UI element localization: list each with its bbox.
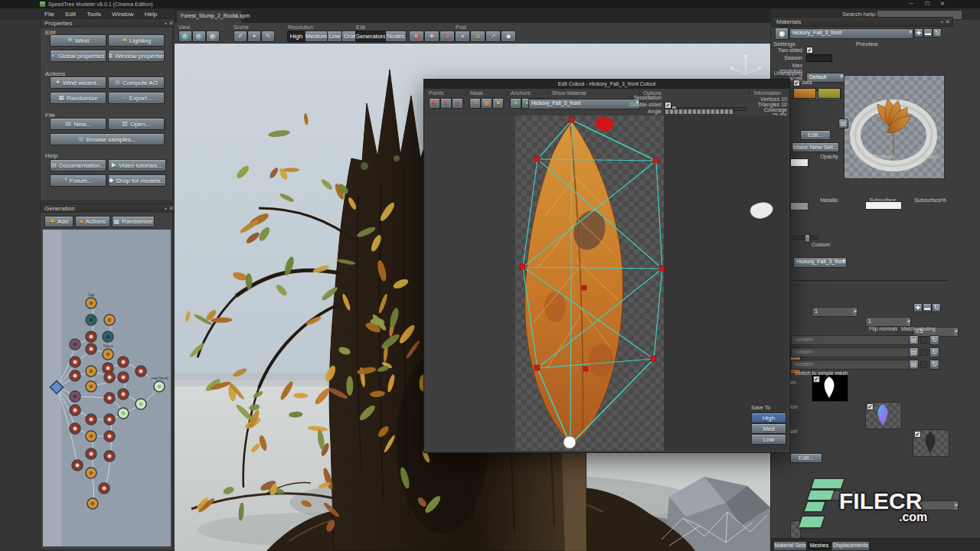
menu-help[interactable]: Help	[140, 8, 162, 18]
minimize-icon[interactable]: ─	[910, 1, 913, 6]
switch-to-simple-mesh-link[interactable]: Switch to simple mesh	[795, 370, 848, 376]
mesh-add-button[interactable]: ✚	[913, 303, 923, 312]
generation-add-button[interactable]: ✚Add	[44, 216, 74, 227]
scene-tool-2-button[interactable]: ✦	[247, 31, 261, 42]
points-clear-button[interactable]: ⊘	[452, 98, 463, 109]
window-titlebar[interactable]: SpeedTree Modeler v8.0.1 (Cinema Edition…	[0, 0, 980, 8]
mesh-slot-high-field[interactable]: <unset>	[791, 335, 910, 345]
mesh-slot-med-browse-button[interactable]: ▤	[909, 347, 919, 357]
map-gloss-checkbox[interactable]: ✔	[914, 431, 921, 438]
metallic-value-sliver[interactable]	[790, 202, 808, 210]
panel-close-icon[interactable]: ✕	[168, 19, 174, 28]
mesh-slot-low-browse-button[interactable]: ▤	[909, 360, 919, 370]
menu-edit[interactable]: Edit	[60, 8, 80, 18]
mesh-remove-button[interactable]: ▬	[923, 303, 932, 312]
cutout-select-dropdown[interactable]: Hickory_Fall_3_front Cutout	[793, 257, 847, 268]
material-reload-button[interactable]: ↻	[933, 28, 942, 37]
material-remove-button[interactable]: ▬	[923, 28, 933, 37]
map-gloss-thumb[interactable]: ✔	[913, 429, 949, 457]
document-tab[interactable]: Forest_Stump_2_Rocks.spm ✕	[176, 10, 242, 23]
mesh-slot-high-reload-button[interactable]: ↻	[929, 335, 939, 345]
data-checkbox[interactable]: ✔	[793, 80, 800, 86]
map-normal-thumb[interactable]: ✔	[865, 402, 902, 429]
materials-panel-header[interactable]: Materials ▪ ✕	[772, 17, 953, 27]
shop-for-models-button[interactable]: ◆Shop for models...	[108, 174, 166, 187]
two-sided-checkbox[interactable]: ✔	[806, 47, 813, 54]
new-button[interactable]: ▤New...	[50, 118, 106, 130]
view-wire-button[interactable]	[206, 31, 220, 42]
edit-cutout-dialog[interactable]: Edit Cutout - Hickory_Fall_3_front Cutou…	[423, 79, 790, 453]
resolution-low-button[interactable]: Low	[327, 31, 342, 42]
angle-slider[interactable]	[665, 109, 733, 115]
points-delete-button[interactable]: ✕	[440, 98, 452, 109]
mask-fill-button[interactable]: ▦	[481, 98, 492, 109]
edit-nodes-button[interactable]: Nodes	[385, 31, 407, 42]
browse-samples-button[interactable]: ◎Browse samples...	[50, 133, 165, 145]
pin-icon[interactable]: ▪	[165, 19, 167, 28]
color-swatch-olive[interactable]	[818, 88, 841, 99]
panel-close-icon[interactable]: ✕	[945, 18, 950, 26]
post-dots-button[interactable]: ∗	[455, 31, 470, 42]
tab-material-sets[interactable]: Material Sets	[773, 541, 807, 551]
mesh-slot-low-checkbox[interactable]	[920, 361, 927, 368]
mesh-slot-low-reload-button[interactable]: ↻	[929, 360, 939, 370]
menu-window[interactable]: Window	[107, 8, 138, 18]
pin-icon[interactable]: ▪	[941, 18, 943, 26]
generation-actions-button[interactable]: ●Actions	[75, 216, 110, 227]
map-normal-checkbox[interactable]: ✔	[867, 403, 874, 410]
mesh-reload-button[interactable]: ↻	[932, 303, 941, 312]
cutout-edit-button[interactable]: Edit...	[800, 130, 831, 140]
scene-tool-3-button[interactable]: ✎	[261, 31, 275, 42]
wind-button[interactable]: ✻Wind	[50, 34, 106, 47]
map-opacity-checkbox[interactable]: ✔	[813, 376, 820, 383]
view-shaded-button[interactable]	[178, 31, 192, 42]
edit-move-button[interactable]: ✚	[424, 31, 439, 42]
anchor-add-button[interactable]: ◈	[510, 98, 521, 109]
close-icon[interactable]: ✕	[940, 1, 945, 7]
panel-close-icon[interactable]: ✕	[168, 204, 174, 213]
export-button[interactable]: →Export...	[108, 92, 165, 104]
tab-displacements[interactable]: Displacements	[831, 541, 870, 551]
edit-target-button[interactable]: ◉	[439, 31, 455, 42]
flip-normals-toggle[interactable]: Flip normals	[865, 326, 898, 331]
tab-close-icon[interactable]: ✕	[234, 13, 239, 19]
resolution-medium-button[interactable]: Medium	[305, 31, 328, 42]
menu-tools[interactable]: Tools	[82, 8, 106, 18]
open-button[interactable]: ▥Open...	[108, 118, 165, 130]
dialog-titlebar[interactable]: Edit Cutout - Hickory_Fall_3_front Cutou…	[424, 80, 789, 89]
lighting-button[interactable]: ☀Lighting	[108, 34, 165, 47]
tab-meshes[interactable]: Meshes	[807, 541, 831, 551]
resolution-high-button[interactable]: High	[287, 31, 305, 42]
double-sided-checkbox[interactable]: ✔	[665, 102, 671, 109]
cutout-menu-button[interactable]: ▤	[838, 119, 848, 129]
season-slider[interactable]	[793, 236, 818, 240]
mesh-slot-med-field[interactable]: <unset>	[791, 347, 910, 357]
make-new-set-button[interactable]: Make New Set...	[792, 142, 839, 152]
wind-wizard-button[interactable]: ✦Wind wizard...	[50, 77, 106, 89]
mask-paint-button[interactable]: ✎	[469, 98, 481, 109]
map-subsurface-color-field[interactable]	[865, 201, 902, 210]
compute-ao-button[interactable]: ◎Compute AO	[108, 77, 165, 89]
scene-tool-1-button[interactable]: ✐	[234, 31, 247, 42]
edit-paint-button[interactable]	[409, 31, 424, 42]
match-winding-toggle[interactable]: Match winding	[897, 326, 936, 331]
generation-node-graph[interactable]: CapTwigsLeaf Mesh	[43, 230, 171, 546]
view-orbit-button[interactable]	[192, 31, 206, 42]
season-field[interactable]	[806, 54, 832, 62]
edit-generators-button[interactable]: Generators	[355, 31, 386, 42]
mesh-slot-med-checkbox[interactable]	[920, 349, 927, 356]
material-swatch-button[interactable]	[775, 28, 789, 40]
post-arrow-button[interactable]: ↗	[485, 31, 501, 42]
pin-icon[interactable]: ▪	[165, 204, 167, 213]
post-leaf-button[interactable]: ✿	[470, 31, 485, 42]
points-add-button[interactable]: ✚	[429, 98, 440, 109]
material-select-dropdown[interactable]: Hickory_Fall_3_front	[789, 28, 913, 39]
menu-file[interactable]: File	[40, 8, 59, 18]
mask-erase-button[interactable]: ✖	[492, 98, 504, 109]
maximize-icon[interactable]: ☐	[925, 1, 929, 7]
mesh-slot-low-field[interactable]: <unset>	[791, 360, 910, 370]
save-to-med-button[interactable]: Med	[751, 423, 786, 434]
video-tutorials-button[interactable]: ▶Video tutorials...	[108, 159, 166, 171]
forum-button[interactable]: ?Forum...	[50, 174, 106, 187]
cutout-canvas[interactable]: Save To High Med Low	[425, 116, 788, 451]
